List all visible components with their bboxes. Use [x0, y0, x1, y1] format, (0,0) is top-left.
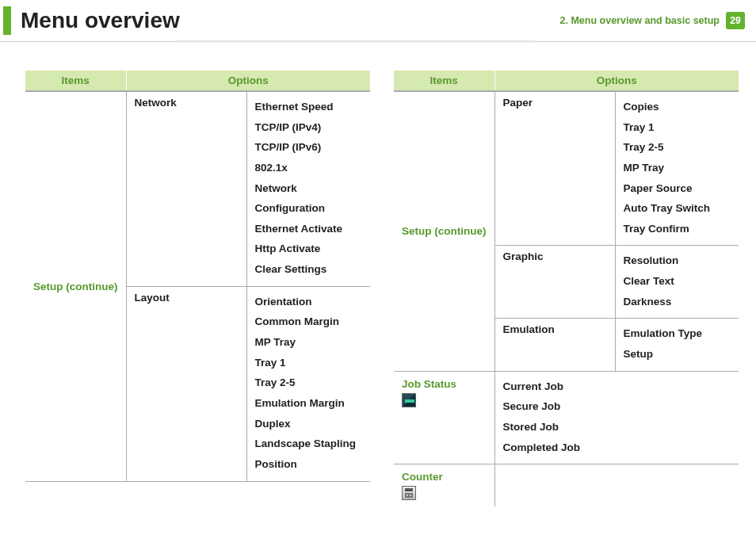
option-item: Setup	[624, 344, 731, 365]
option-item: Completed Job	[503, 438, 731, 458]
group-options-network: Ethernet Speed TCP/IP (IPv4) TCP/IP (IPv…	[246, 91, 370, 286]
option-item: Copies	[624, 97, 731, 117]
option-item: Ethernet Activate	[255, 219, 363, 239]
option-item: Emulation Type	[624, 323, 731, 344]
option-item: Current Job	[503, 376, 731, 397]
group-label-paper: Paper	[494, 91, 615, 246]
accent-bar	[3, 6, 11, 35]
option-item: Tray 2-5	[624, 137, 731, 158]
chapter-label: 2. Menu overview and basic setup	[560, 15, 720, 26]
option-item: Stored Job	[503, 417, 731, 438]
header-right: 2. Menu overview and basic setup 29	[560, 12, 745, 29]
page-number-badge: 29	[726, 12, 745, 29]
option-item: Ethernet Speed	[255, 97, 363, 117]
option-item: 802.1x	[255, 158, 363, 178]
option-item: MP Tray	[624, 158, 731, 178]
th-items: Items	[394, 71, 494, 91]
page-title: Menu overview	[21, 8, 180, 33]
right-menu-table: Items Options Setup (continue) Paper Cop…	[394, 71, 739, 506]
row-head-setup-continue: Setup (continue)	[25, 91, 126, 481]
option-item: Http Activate	[255, 239, 363, 259]
row-head-setup-continue: Setup (continue)	[394, 91, 494, 371]
left-menu-table: Items Options Setup (continue) Network E…	[25, 71, 370, 482]
option-item: TCP/IP (IPv4)	[255, 117, 363, 138]
option-item: Resolution	[624, 250, 731, 271]
option-item: Auto Tray Switch	[624, 198, 731, 219]
row-head-job-status: Job Status	[394, 371, 494, 464]
counter-icon	[402, 486, 416, 500]
option-item: Secure Job	[503, 396, 731, 417]
option-item: Tray Confirm	[624, 219, 731, 239]
group-options-emulation: Emulation Type Setup	[615, 319, 739, 371]
option-item: Landscape Stapling Position	[255, 434, 363, 474]
th-items: Items	[25, 71, 126, 91]
option-item: Duplex	[255, 414, 363, 434]
option-item: Network Configuration	[255, 178, 363, 219]
header-left: Menu overview	[0, 6, 180, 35]
content-columns: Items Options Setup (continue) Network E…	[0, 42, 756, 506]
counter-items-empty	[494, 464, 739, 507]
job-status-label: Job Status	[402, 378, 456, 390]
job-status-items: Current Job Secure Job Stored Job Comple…	[494, 371, 739, 464]
th-options: Options	[126, 71, 370, 91]
option-item: Clear Settings	[255, 259, 363, 280]
option-item: MP Tray	[255, 332, 363, 353]
job-status-icon	[402, 393, 416, 407]
counter-label: Counter	[402, 471, 443, 483]
group-label-layout: Layout	[126, 286, 246, 481]
group-label-graphic: Graphic	[494, 246, 615, 319]
option-item: Clear Text	[624, 271, 731, 292]
option-item: Common Margin	[255, 311, 363, 332]
group-options-graphic: Resolution Clear Text Darkness	[615, 246, 739, 319]
page-header: Menu overview 2. Menu overview and basic…	[0, 0, 756, 42]
option-item: TCP/IP (IPv6)	[255, 137, 363, 158]
group-label-network: Network	[126, 91, 246, 286]
option-item: Tray 1	[255, 353, 363, 373]
right-column: Items Options Setup (continue) Paper Cop…	[394, 71, 739, 506]
row-head-counter: Counter	[394, 464, 494, 507]
group-options-paper: Copies Tray 1 Tray 2-5 MP Tray Paper Sou…	[615, 91, 739, 246]
group-label-emulation: Emulation	[494, 319, 615, 371]
left-column: Items Options Setup (continue) Network E…	[25, 71, 370, 506]
option-item: Paper Source	[624, 178, 731, 199]
option-item: Orientation	[255, 292, 363, 312]
option-item: Tray 2-5	[255, 373, 363, 393]
th-options: Options	[494, 71, 739, 91]
group-options-layout: Orientation Common Margin MP Tray Tray 1…	[246, 286, 370, 481]
option-item: Emulation Margin	[255, 393, 363, 414]
option-item: Darkness	[624, 292, 731, 312]
option-item: Tray 1	[624, 117, 731, 138]
